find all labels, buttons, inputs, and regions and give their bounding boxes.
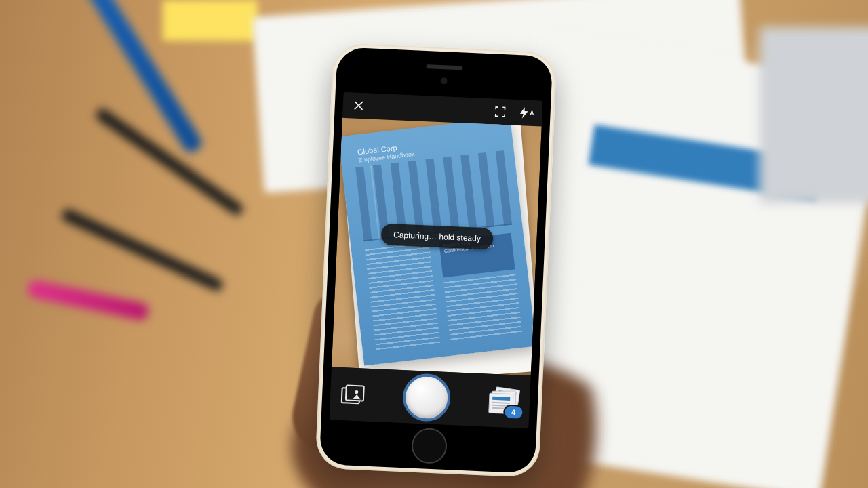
gallery-icon	[345, 384, 365, 401]
shutter-button[interactable]	[402, 373, 452, 422]
page-count-badge: 4	[505, 406, 523, 419]
laptop-corner	[760, 27, 868, 203]
camera-viewfinder[interactable]: Global Corp Employee Handbook Protection…	[332, 118, 542, 375]
scanner-bottom-bar: 4	[330, 367, 531, 428]
phone-speaker	[426, 64, 462, 70]
desk-scene: A Global Corp Employee Handbook Protecti…	[0, 0, 868, 488]
flash-mode-label: A	[530, 110, 534, 117]
sticky-note	[163, 0, 258, 41]
phone-home-button[interactable]	[411, 428, 448, 464]
close-button[interactable]	[351, 98, 366, 113]
photo-library-button[interactable]	[341, 384, 365, 404]
phone-front-camera	[440, 77, 447, 84]
pink-marker	[26, 279, 149, 322]
scanned-pages-button[interactable]: 4	[488, 388, 519, 415]
flash-mode-button[interactable]: A	[517, 105, 534, 121]
phone-device: A Global Corp Employee Handbook Protecti…	[315, 43, 557, 478]
close-icon	[351, 98, 366, 113]
document-body-text	[365, 242, 440, 350]
black-marker	[60, 207, 224, 293]
document-body-text	[443, 274, 522, 342]
crop-corners-icon	[493, 104, 507, 119]
flash-icon	[517, 106, 531, 120]
app-screen: A Global Corp Employee Handbook Protecti…	[330, 92, 543, 428]
boundary-detect-button[interactable]	[492, 104, 508, 119]
